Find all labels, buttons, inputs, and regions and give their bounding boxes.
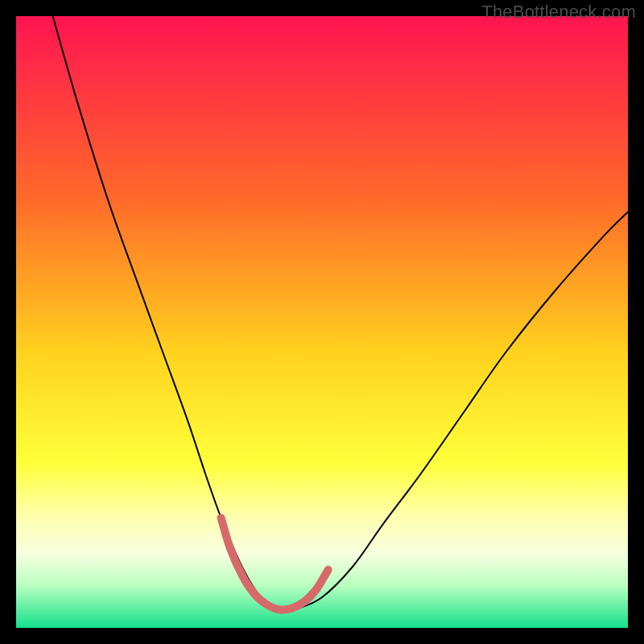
watermark-text: TheBottleneck.com bbox=[481, 2, 636, 23]
chart-frame bbox=[16, 16, 628, 628]
bottleneck-chart bbox=[16, 16, 628, 628]
gradient-background bbox=[16, 16, 628, 628]
